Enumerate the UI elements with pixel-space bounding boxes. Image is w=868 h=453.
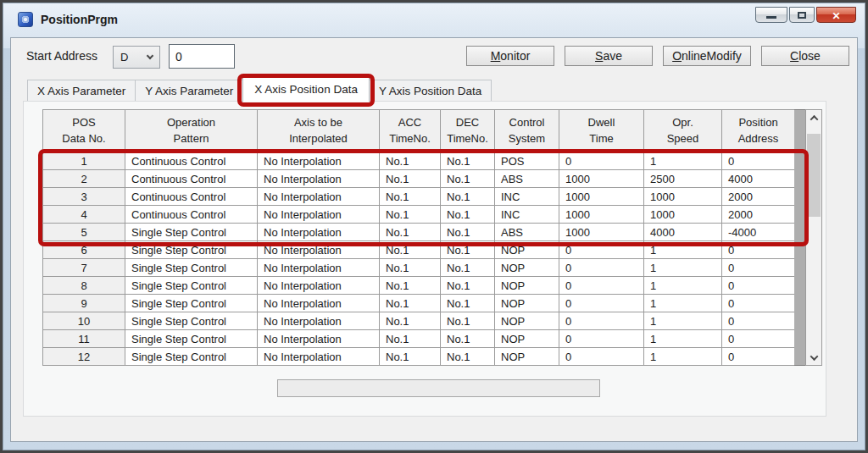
data-cell[interactable]: 0 (722, 348, 795, 366)
data-cell[interactable]: -4000 (722, 224, 795, 241)
row-number-cell[interactable]: 6 (43, 241, 125, 259)
tab-x-axis-parameter[interactable]: X Axis Parameter (27, 80, 136, 102)
row-number-cell[interactable]: 11 (43, 330, 125, 348)
row-number-cell[interactable]: 10 (43, 312, 125, 330)
data-cell[interactable]: 1 (644, 241, 722, 259)
data-cell[interactable]: No Interpolation (258, 170, 380, 188)
data-cell[interactable]: No Interpolation (258, 188, 380, 206)
data-cell[interactable]: 2000 (722, 188, 795, 206)
data-cell[interactable]: No.1 (441, 259, 495, 277)
data-cell[interactable]: NOP (495, 348, 559, 366)
data-cell[interactable]: NOP (495, 312, 559, 330)
data-cell[interactable]: 1 (644, 259, 722, 277)
row-number-cell[interactable]: 9 (43, 295, 125, 312)
column-header[interactable]: OperationPattern (125, 110, 258, 152)
row-number-cell[interactable]: 4 (43, 206, 125, 224)
data-cell[interactable]: No Interpolation (258, 277, 380, 295)
column-header[interactable]: ACCTimeNo. (380, 110, 441, 152)
data-cell[interactable]: No Interpolation (258, 295, 380, 312)
data-cell[interactable]: No.1 (441, 224, 495, 241)
data-cell[interactable]: 0 (559, 330, 644, 348)
data-cell[interactable]: Continuous Control (125, 152, 258, 170)
data-cell[interactable]: 0 (559, 152, 644, 170)
data-cell[interactable]: 0 (722, 277, 795, 295)
data-cell[interactable]: Single Step Control (125, 312, 258, 330)
data-cell[interactable]: No Interpolation (258, 348, 380, 366)
data-cell[interactable]: 2000 (722, 206, 795, 224)
device-select[interactable]: D (113, 46, 160, 69)
data-cell[interactable]: No Interpolation (258, 330, 380, 348)
row-number-cell[interactable]: 1 (43, 152, 125, 170)
column-header[interactable]: DECTimeNo. (441, 110, 495, 152)
data-cell[interactable]: No.1 (441, 206, 495, 224)
data-cell[interactable]: No.1 (380, 206, 441, 224)
row-number-cell[interactable]: 8 (43, 277, 125, 295)
data-cell[interactable]: 1000 (559, 170, 644, 188)
minimize-button[interactable] (755, 7, 787, 23)
data-cell[interactable]: Single Step Control (125, 259, 258, 277)
onlinemodify-button[interactable]: OnlineModify (663, 46, 751, 66)
scrollbar-thumb[interactable] (807, 134, 821, 217)
tab-y-axis-parameter[interactable]: Y Axis Parameter (135, 80, 243, 102)
data-cell[interactable]: 0 (559, 348, 644, 366)
data-cell[interactable]: Single Step Control (125, 348, 258, 366)
save-button[interactable]: Save (565, 46, 653, 66)
scroll-up-button[interactable] (806, 110, 821, 125)
row-number-cell[interactable]: 7 (43, 259, 125, 277)
data-cell[interactable]: No Interpolation (258, 259, 380, 277)
data-cell[interactable]: No.1 (441, 188, 495, 206)
data-cell[interactable]: No.1 (380, 224, 441, 241)
data-cell[interactable]: No.1 (380, 188, 441, 206)
data-cell[interactable]: No.1 (441, 295, 495, 312)
data-cell[interactable]: No.1 (441, 152, 495, 170)
title-bar[interactable]: PositionPrgm (3, 3, 865, 37)
data-cell[interactable]: No.1 (380, 241, 441, 259)
tab-x-axis-position-data[interactable]: X Axis Position Data (242, 76, 370, 102)
row-number-cell[interactable]: 12 (43, 348, 125, 366)
monitor-button[interactable]: Monitor (466, 46, 554, 66)
data-cell[interactable]: 0 (559, 241, 644, 259)
data-cell[interactable]: Continuous Control (125, 206, 258, 224)
column-header[interactable]: Opr.Speed (644, 110, 722, 152)
data-cell[interactable]: 1 (644, 312, 722, 330)
data-cell[interactable]: 0 (559, 312, 644, 330)
data-cell[interactable]: No Interpolation (258, 241, 380, 259)
data-cell[interactable]: Single Step Control (125, 295, 258, 312)
data-cell[interactable]: 0 (722, 330, 795, 348)
data-cell[interactable]: 1 (644, 277, 722, 295)
data-cell[interactable]: No.1 (441, 170, 495, 188)
data-cell[interactable]: POS (495, 152, 559, 170)
data-cell[interactable]: No.1 (380, 152, 441, 170)
data-cell[interactable]: 1000 (644, 206, 722, 224)
data-cell[interactable]: 0 (722, 312, 795, 330)
data-cell[interactable]: No Interpolation (258, 224, 380, 241)
column-header[interactable]: ControlSystem (495, 110, 559, 152)
data-cell[interactable]: No.1 (380, 277, 441, 295)
data-cell[interactable]: 1 (644, 348, 722, 366)
column-header[interactable]: DwellTime (559, 110, 644, 152)
close-window-button[interactable] (816, 7, 856, 23)
row-number-cell[interactable]: 3 (43, 188, 125, 206)
data-cell[interactable]: 4000 (644, 224, 722, 241)
data-cell[interactable]: Continuous Control (125, 170, 258, 188)
data-cell[interactable]: 2500 (644, 170, 722, 188)
data-cell[interactable]: Continuous Control (125, 188, 258, 206)
data-cell[interactable]: 1 (644, 330, 722, 348)
data-cell[interactable]: No.1 (380, 295, 441, 312)
data-cell[interactable]: INC (495, 206, 559, 224)
data-cell[interactable]: 0 (559, 259, 644, 277)
data-cell[interactable]: No Interpolation (258, 206, 380, 224)
data-cell[interactable]: ABS (495, 224, 559, 241)
data-cell[interactable]: No.1 (380, 170, 441, 188)
data-cell[interactable]: NOP (495, 330, 559, 348)
scroll-down-button[interactable] (806, 350, 821, 365)
data-cell[interactable]: 1000 (559, 224, 644, 241)
data-cell[interactable]: 1 (644, 295, 722, 312)
data-cell[interactable]: NOP (495, 259, 559, 277)
column-header[interactable]: Axis to beInterpolated (258, 110, 380, 152)
data-cell[interactable]: 1000 (644, 188, 722, 206)
row-number-cell[interactable]: 2 (43, 170, 125, 188)
data-cell[interactable]: No.1 (441, 330, 495, 348)
data-cell[interactable]: No.1 (380, 348, 441, 366)
data-cell[interactable]: No.1 (380, 312, 441, 330)
